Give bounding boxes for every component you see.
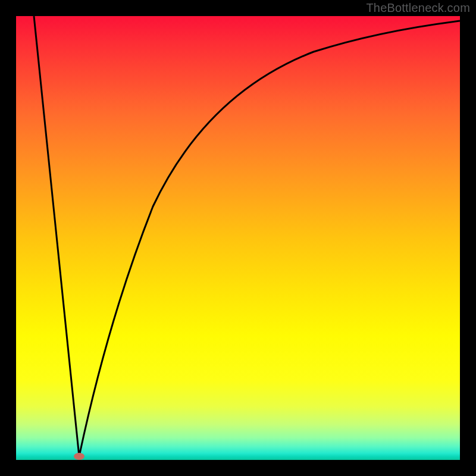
min-marker bbox=[74, 453, 84, 460]
bottleneck-curve bbox=[34, 16, 460, 456]
curve-svg bbox=[16, 16, 460, 460]
chart-frame: TheBottleneck.com bbox=[0, 0, 476, 476]
watermark-text: TheBottleneck.com bbox=[366, 1, 470, 15]
plot-area bbox=[16, 16, 460, 460]
